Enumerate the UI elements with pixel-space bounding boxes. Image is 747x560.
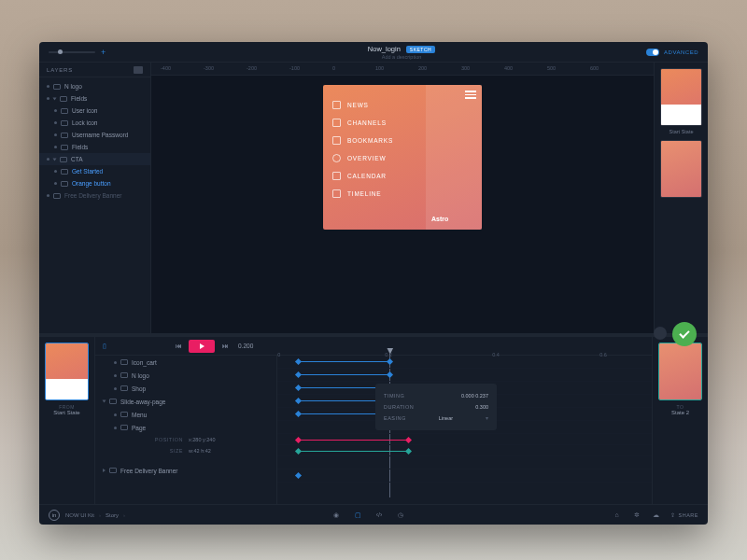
layer-item[interactable]: Orange button <box>39 177 150 189</box>
timeline-panel: FROM Start State ▯ ⏮ ⏭ 0.200 00.20.40.6 … <box>39 336 708 504</box>
menu-item: NEWS <box>332 96 416 114</box>
hamburger-icon <box>465 91 476 98</box>
breadcrumb: NOW UI Kit › Story › <box>65 512 125 518</box>
artboard-preview[interactable]: NEWSCHANNELSBOOKMARKSOVERVIEWCALENDARTIM… <box>323 85 482 230</box>
layers-panel: LAYERS N logoFieldsUser iconLock iconUse… <box>39 63 151 333</box>
menu-item: TIMELINE <box>332 185 416 203</box>
document-subtitle[interactable]: Add a description <box>179 54 624 60</box>
to-state-thumb[interactable] <box>658 343 702 400</box>
canvas[interactable]: NEWSCHANNELSBOOKMARKSOVERVIEWCALENDARTIM… <box>151 76 654 333</box>
history-icon[interactable]: ◷ <box>396 510 406 520</box>
track-row[interactable]: Icon_cart <box>95 356 276 369</box>
zoom-slider[interactable] <box>49 51 95 53</box>
menu-item: OVERVIEW <box>332 149 416 167</box>
from-state-name: Start State <box>45 410 89 415</box>
comment-icon[interactable]: ▢ <box>353 510 363 520</box>
menu-icon <box>332 101 341 109</box>
breadcrumb-item[interactable]: Story <box>106 512 119 518</box>
keyframe-lanes[interactable]: TIMING0.000 0.237 DURATION0.300 EASINGLi… <box>277 356 652 504</box>
menu-icon <box>332 119 341 127</box>
layer-item[interactable]: CTA <box>39 153 150 165</box>
state-thumbnail[interactable] <box>660 140 702 198</box>
play-button[interactable] <box>189 340 215 353</box>
breadcrumb-item[interactable]: NOW UI Kit <box>65 512 94 518</box>
keyframe-tooltip: TIMING0.000 0.237 DURATION0.300 EASINGLi… <box>375 384 497 430</box>
thumb-label: Start State <box>660 129 702 134</box>
folder-icon[interactable] <box>134 66 143 74</box>
invision-logo-icon[interactable]: in <box>49 510 60 521</box>
current-time: 0.200 <box>238 343 253 349</box>
menu-item: BOOKMARKS <box>332 132 416 149</box>
state-thumbnail[interactable] <box>660 68 702 126</box>
code-icon[interactable]: ‹/› <box>374 510 385 520</box>
step-forward-button[interactable]: ⏭ <box>220 342 230 351</box>
layer-item[interactable]: Lock icon <box>39 117 150 129</box>
menu-icon <box>332 172 341 180</box>
layer-item[interactable]: Get Started <box>39 165 150 177</box>
property-row[interactable]: POSITIONx:280 y:240 <box>95 434 276 445</box>
confirm-button[interactable] <box>672 322 697 346</box>
track-row[interactable]: Shop <box>95 382 276 395</box>
sketch-badge: SKETCH <box>406 46 435 53</box>
share-button[interactable]: ⇪SHARE <box>670 512 698 518</box>
advanced-label: ADVANCED <box>664 49 698 55</box>
states-rail: Start State <box>654 63 708 333</box>
add-icon[interactable]: + <box>101 48 106 57</box>
layers-tree: N logoFieldsUser iconLock iconUsername P… <box>39 77 150 333</box>
menu-item: CHANNELS <box>332 114 416 132</box>
topbar: + Now_login SKETCH Add a description ADV… <box>39 42 708 63</box>
layer-item[interactable]: Fields <box>39 92 150 105</box>
layers-title: LAYERS <box>47 67 73 73</box>
eye-icon[interactable]: ◉ <box>331 510 342 520</box>
document-title[interactable]: Now_login <box>368 45 401 53</box>
track-row[interactable]: Page <box>95 421 276 434</box>
panel-toggle-icon[interactable]: ▯ <box>103 343 106 350</box>
cloud-icon[interactable]: ☁ <box>651 510 661 520</box>
layer-item[interactable]: N logo <box>39 80 150 92</box>
menu-icon <box>332 136 341 145</box>
track-row[interactable]: Free Delivery Banner <box>95 464 276 477</box>
horizontal-ruler: -400-300-200-1000100200300400500600 <box>151 63 654 76</box>
layer-item[interactable]: Fields <box>39 141 150 153</box>
panel-divider[interactable] <box>39 333 708 336</box>
menu-item: CALENDAR <box>332 167 416 185</box>
settings-icon[interactable]: ✲ <box>631 510 641 520</box>
menu-icon <box>332 189 341 198</box>
bottombar: in NOW UI Kit › Story › ◉ ▢ ‹/› ◷ ⌂ ✲ ☁ … <box>39 504 708 525</box>
layer-item[interactable]: Free Delivery Banner <box>39 189 150 202</box>
home-icon[interactable]: ⌂ <box>612 510 622 520</box>
to-state-name: State 2 <box>658 410 702 415</box>
advanced-toggle[interactable] <box>646 49 659 56</box>
track-row[interactable]: Menu <box>95 408 276 421</box>
track-row[interactable]: N logo <box>95 369 276 382</box>
step-back-button[interactable]: ⏮ <box>174 342 183 351</box>
track-row[interactable]: Slide-away-page <box>95 395 276 408</box>
collapse-icon[interactable] <box>654 327 667 340</box>
headline-text: Astro <box>431 216 448 222</box>
layer-item[interactable]: Username Password <box>39 129 150 141</box>
menu-icon <box>332 154 341 162</box>
app-window: + Now_login SKETCH Add a description ADV… <box>39 42 708 525</box>
layer-item[interactable]: User icon <box>39 105 150 117</box>
from-state-thumb[interactable] <box>45 343 89 400</box>
property-row[interactable]: SIZEw:42 h:42 <box>95 445 276 456</box>
canvas-area: -400-300-200-1000100200300400500600 NEWS… <box>151 63 654 333</box>
track-list: Icon_cartN logoShopSlide-away-pageMenuPa… <box>95 356 277 504</box>
